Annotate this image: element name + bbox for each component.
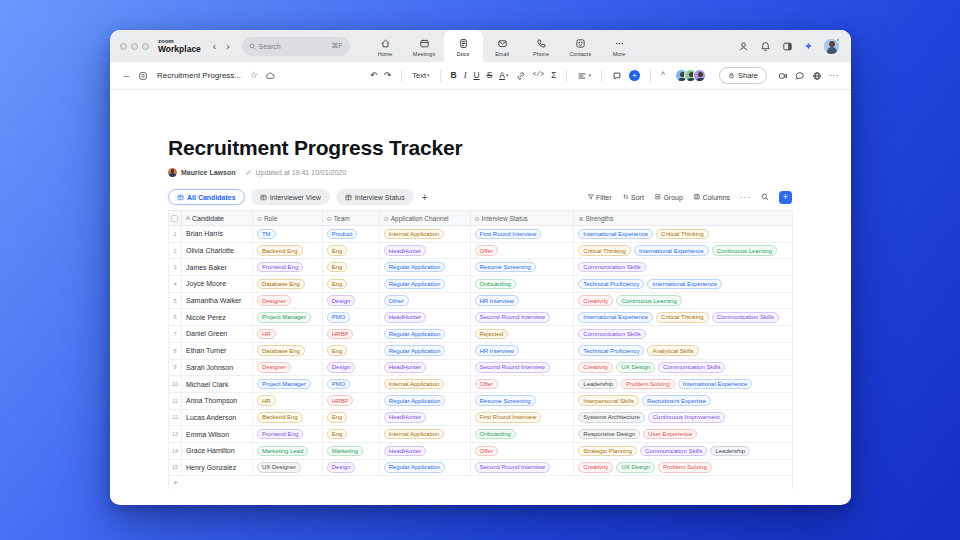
application-channel-cell[interactable]: Internal Application (380, 226, 471, 242)
interview-status-cell[interactable]: Offer (471, 376, 575, 392)
nav-item-phone[interactable]: Phone (522, 30, 561, 62)
search-in-table-icon[interactable] (761, 193, 769, 201)
strengths-cell[interactable]: CreativityContinuous Learning (574, 293, 792, 309)
interview-status-cell[interactable]: Onboarding (471, 276, 575, 292)
nav-item-home[interactable]: Home (366, 30, 405, 62)
text-color-dropdown[interactable]: A▾ (499, 71, 508, 81)
column-header-application-channel[interactable]: ⊙Application Channel (380, 211, 471, 225)
code-button[interactable]: </> (533, 72, 545, 79)
nav-item-email[interactable]: Email (483, 30, 522, 62)
add-record-button[interactable]: + (779, 191, 792, 204)
nav-item-meetings[interactable]: Meetings (405, 30, 444, 62)
role-cell[interactable]: TM (253, 226, 323, 242)
language-globe-button[interactable] (812, 71, 822, 81)
tab-all-candidates[interactable]: All Candidates (168, 189, 245, 205)
team-cell[interactable]: Eng (323, 343, 380, 359)
more-controls-button[interactable]: ··· (740, 193, 751, 202)
column-header-candidate[interactable]: ACandidate (182, 211, 253, 225)
candidate-cell[interactable]: Brian Harris (182, 226, 253, 242)
back-button[interactable]: ← (122, 71, 131, 80)
team-cell[interactable]: Marketing (323, 443, 380, 459)
strengths-cell[interactable]: International ExperienceCritical Thinkin… (574, 309, 792, 325)
strengths-cell[interactable]: Technical ProficiencyAnalytical Skills (574, 343, 792, 359)
application-channel-cell[interactable]: HeadHunter (380, 309, 471, 325)
collaborator-avatar[interactable] (693, 69, 706, 82)
team-cell[interactable]: Design (323, 460, 380, 476)
maximize-window-button[interactable] (142, 43, 149, 50)
interview-status-cell[interactable]: Second Round Interview (471, 360, 575, 376)
role-cell[interactable]: Frontend Eng (253, 259, 323, 275)
share-button[interactable]: Share (719, 67, 767, 84)
add-row-button[interactable]: + (169, 476, 792, 489)
interview-status-cell[interactable]: Offer (471, 243, 575, 259)
column-header-strengths[interactable]: ≣Strengths (574, 211, 792, 225)
role-cell[interactable]: Project Manager (253, 376, 323, 392)
role-cell[interactable]: Marketing Lead (253, 443, 323, 459)
column-header-team[interactable]: ⊙Team (323, 211, 380, 225)
bold-button[interactable]: B (451, 71, 457, 80)
interview-status-cell[interactable]: HR Interview (471, 293, 575, 309)
history-forward-button[interactable]: › (226, 41, 229, 52)
nav-item-more[interactable]: More (600, 30, 639, 62)
user-avatar[interactable] (824, 39, 839, 54)
strengths-cell[interactable]: CreativityUX DesignProblem Solving (574, 460, 792, 476)
application-channel-cell[interactable]: Regular Application (380, 326, 471, 342)
strengths-cell[interactable]: Technical ProficiencyInternational Exper… (574, 276, 792, 292)
candidate-cell[interactable]: Emma Wilson (182, 426, 253, 442)
application-channel-cell[interactable]: Internal Application (380, 376, 471, 392)
candidate-cell[interactable]: Anna Thompson (182, 393, 253, 409)
candidate-cell[interactable]: Lucas Anderson (182, 410, 253, 426)
role-cell[interactable]: Designer (253, 360, 323, 376)
candidate-cell[interactable]: Samantha Walker (182, 293, 253, 309)
align-dropdown[interactable]: ▾ (577, 71, 591, 81)
role-cell[interactable]: Database Eng (253, 276, 323, 292)
collapse-toolbar-button[interactable]: ^ (661, 71, 665, 80)
interview-status-cell[interactable]: Resume Screening (471, 259, 575, 275)
team-cell[interactable]: PMO (323, 309, 380, 325)
team-cell[interactable]: Design (323, 293, 380, 309)
team-cell[interactable]: HRBP (323, 393, 380, 409)
strengths-cell[interactable]: Systems ArchitectureContinuous Improveme… (574, 410, 792, 426)
comment-button[interactable] (612, 71, 622, 81)
more-options-button[interactable]: ··· (829, 71, 839, 80)
column-header-role[interactable]: ⊙Role (253, 211, 323, 225)
team-cell[interactable]: Eng (323, 410, 380, 426)
select-all-checkbox[interactable] (171, 215, 178, 222)
strengths-cell[interactable]: Communication Skills (574, 259, 792, 275)
role-cell[interactable]: HR (253, 326, 323, 342)
application-channel-cell[interactable]: Regular Application (380, 343, 471, 359)
formula-button[interactable]: Σ (551, 71, 556, 80)
nav-item-contacts[interactable]: Contacts (561, 30, 600, 62)
role-cell[interactable]: UX Designer (253, 460, 323, 476)
team-cell[interactable]: PMO (323, 376, 380, 392)
application-channel-cell[interactable]: Regular Application (380, 259, 471, 275)
strengths-cell[interactable]: CreativityUX DesignCommunication Skills (574, 360, 792, 376)
role-cell[interactable]: Designer (253, 293, 323, 309)
candidate-cell[interactable]: Michael Clark (182, 376, 253, 392)
sort-button[interactable]: Sort (622, 193, 644, 201)
interview-status-cell[interactable]: First Round Interview (471, 410, 575, 426)
italic-button[interactable]: I (464, 71, 467, 80)
column-header-interview-status[interactable]: ⊙Interview Status (471, 211, 575, 225)
video-call-button[interactable] (778, 71, 788, 81)
team-cell[interactable]: HRBP (323, 326, 380, 342)
candidate-cell[interactable]: James Baker (182, 259, 253, 275)
interview-status-cell[interactable]: Second Round Interview (471, 309, 575, 325)
candidate-cell[interactable]: Joyce Moore (182, 276, 253, 292)
add-view-button[interactable]: + (422, 192, 428, 203)
strengths-cell[interactable]: Responsive DesignUser Experience (574, 426, 792, 442)
application-channel-cell[interactable]: HeadHunter (380, 360, 471, 376)
candidate-cell[interactable]: Grace Hamilton (182, 443, 253, 459)
strengths-cell[interactable]: Critical ThinkingInternational Experienc… (574, 243, 792, 259)
application-channel-cell[interactable]: HeadHunter (380, 243, 471, 259)
team-cell[interactable]: Design (323, 360, 380, 376)
application-channel-cell[interactable]: Other (380, 293, 471, 309)
doc-home-icon[interactable] (138, 71, 148, 81)
profile-icon[interactable] (738, 41, 749, 52)
side-panel-icon[interactable] (782, 41, 793, 52)
strengths-cell[interactable]: Strategic PlanningCommunication SkillsLe… (574, 443, 792, 459)
global-search-input[interactable]: Search ⌘F (242, 37, 350, 56)
chat-button[interactable] (795, 71, 805, 81)
candidate-cell[interactable]: Daniel Green (182, 326, 253, 342)
interview-status-cell[interactable]: Resume Screening (471, 393, 575, 409)
